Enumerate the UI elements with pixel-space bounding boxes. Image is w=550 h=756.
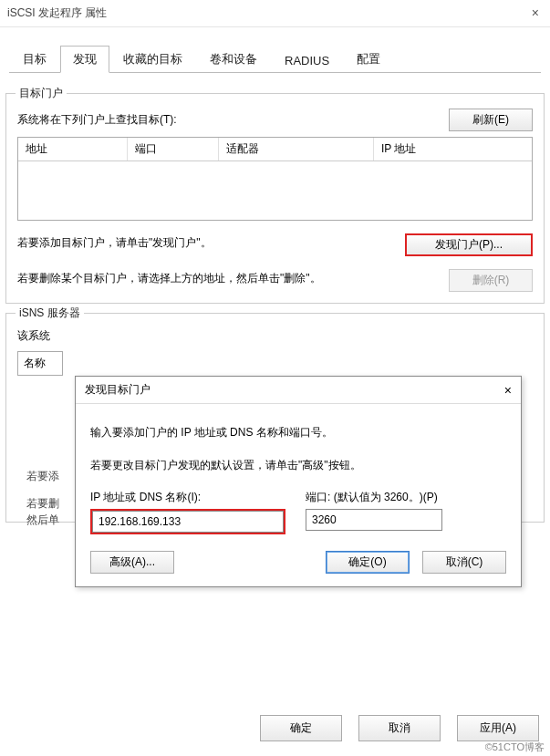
main-cancel-button[interactable]: 取消 [358,715,441,741]
delete-portal-desc: 若要删除某个目标门户，请选择上方的地址，然后单击"删除"。 [17,269,449,287]
port-input[interactable] [306,509,442,531]
main-apply-button[interactable]: 应用(A) [457,715,539,741]
isns-name-col: 名称 [17,351,63,376]
advanced-button[interactable]: 高级(A)... [90,551,174,574]
tab-strip: 目标 发现 收藏的目标 卷和设备 RADIUS 配置 [9,44,541,73]
col-adapter[interactable]: 适配器 [219,138,374,161]
target-portal-group: 目标门户 系统将在下列门户上查找目标(T): 刷新(E) 地址 端口 适配器 I… [5,93,545,304]
dialog-cancel-button[interactable]: 取消(C) [422,551,506,574]
port-label: 端口: (默认值为 3260。)(P) [306,490,442,505]
tab-target[interactable]: 目标 [9,45,60,73]
dialog-title-bar: 发现目标门户 × [76,377,521,404]
portal-table-body[interactable] [18,161,532,220]
dialog-ok-button[interactable]: 确定(O) [326,551,410,574]
ip-input[interactable] [92,511,284,533]
ip-input-highlight [90,509,285,534]
tab-discover[interactable]: 发现 [60,46,109,73]
col-port[interactable]: 端口 [128,138,219,161]
discover-portal-button[interactable]: 发现门户(P)... [405,233,533,256]
dialog-line2: 若要更改目标门户发现的默认设置，请单击"高级"按钮。 [90,457,506,473]
isns-group-title: iSNS 服务器 [16,306,84,321]
ip-label: IP 地址或 DNS 名称(I): [90,490,285,505]
find-targets-text: 系统将在下列门户上查找目标(T): [17,112,177,128]
refresh-button[interactable]: 刷新(E) [449,109,533,131]
close-icon[interactable]: × [532,5,539,20]
discover-portal-dialog: 发现目标门户 × 输入要添加门户的 IP 地址或 DNS 名称和端口号。 若要更… [75,376,522,587]
add-portal-desc: 若要添加目标门户，请单击"发现门户"。 [17,233,405,252]
dialog-line1: 输入要添加门户的 IP 地址或 DNS 名称和端口号。 [90,424,506,440]
isns-delete-desc-partial-2: 然后单 [26,511,59,529]
target-portal-group-title: 目标门户 [16,86,67,101]
dialog-title: 发现目标门户 [85,382,150,398]
window-title: iSCSI 发起程序 属性 [7,5,543,21]
tab-radius[interactable]: RADIUS [271,47,343,73]
tab-favorites[interactable]: 收藏的目标 [109,45,196,73]
dialog-close-icon[interactable]: × [504,383,512,398]
tab-config[interactable]: 配置 [343,45,394,73]
main-ok-button[interactable]: 确定 [260,715,342,741]
watermark: ©51CTO博客 [485,740,545,754]
portal-table: 地址 端口 适配器 IP 地址 [17,137,533,221]
tab-volumes[interactable]: 卷和设备 [196,45,271,73]
window-title-bar: iSCSI 发起程序 属性 × [0,0,550,27]
isns-registered-text: 该系统 [17,328,533,344]
col-address[interactable]: 地址 [18,138,128,161]
portal-table-header: 地址 端口 适配器 IP 地址 [18,138,532,161]
footer-buttons: 确定 取消 应用(A) [260,715,539,741]
delete-portal-button: 删除(R) [449,269,533,292]
isns-add-desc-partial: 若要添 [26,467,59,485]
col-ip[interactable]: IP 地址 [374,138,532,161]
